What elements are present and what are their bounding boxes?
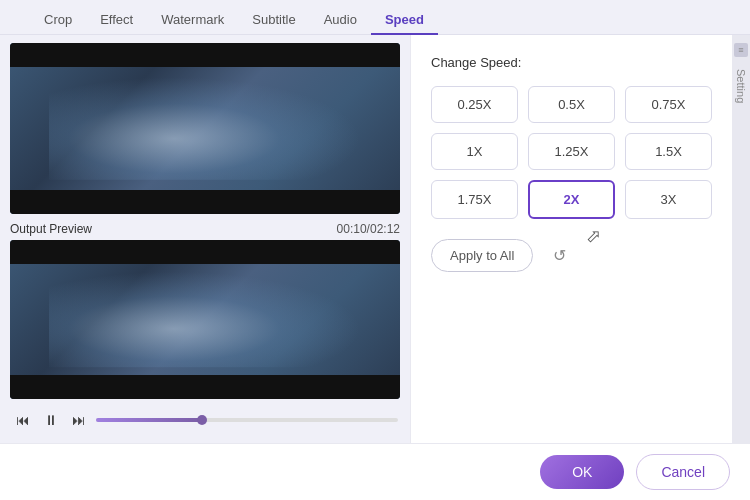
- footer-bar: OK Cancel: [0, 443, 750, 500]
- video-black-bar-bottom-top: [10, 190, 400, 214]
- skip-back-icon: ⏮: [16, 412, 30, 428]
- video-black-bar-bottom-b: [10, 375, 400, 399]
- main-content: Output Preview 00:10/02:12 ⏮ ⏸ ⏭: [0, 35, 750, 443]
- settings-edge-icon: ≡: [734, 43, 748, 57]
- pause-button[interactable]: ⏸: [40, 409, 62, 431]
- video-cloud-bottom: [49, 272, 361, 368]
- speed-btn-1_5X[interactable]: 1.5X: [625, 133, 712, 170]
- speed-btn-0_5X[interactable]: 0.5X: [528, 86, 615, 123]
- video-cloud-top: [49, 77, 361, 179]
- cancel-button[interactable]: Cancel: [636, 454, 730, 490]
- video-black-bar-top: [10, 43, 400, 67]
- speed-btn-2X[interactable]: 2X: [528, 180, 615, 219]
- speed-btn-1_25X[interactable]: 1.25X: [528, 133, 615, 170]
- progress-fill: [96, 418, 202, 422]
- speed-grid: 0.25X0.5X0.75X1X1.25X1.5X1.75X2X3X: [431, 86, 712, 219]
- speed-btn-1X[interactable]: 1X: [431, 133, 518, 170]
- apply-to-all-button[interactable]: Apply to All: [431, 239, 533, 272]
- video-preview-bottom: [10, 240, 400, 399]
- progress-thumb[interactable]: [197, 415, 207, 425]
- top-nav: CropEffectWatermarkSubtitleAudioSpeed: [0, 0, 750, 35]
- video-frame-top: [10, 43, 400, 214]
- speed-btn-1_75X[interactable]: 1.75X: [431, 180, 518, 219]
- ok-button[interactable]: OK: [540, 455, 624, 489]
- skip-forward-icon: ⏭: [72, 412, 86, 428]
- video-black-bar-top-b: [10, 240, 400, 264]
- speed-btn-0_75X[interactable]: 0.75X: [625, 86, 712, 123]
- playback-controls: ⏮ ⏸ ⏭: [10, 405, 400, 435]
- video-frame-bottom: [10, 240, 400, 399]
- progress-bar[interactable]: [96, 418, 398, 422]
- nav-tab-effect[interactable]: Effect: [86, 6, 147, 35]
- speed-btn-3X[interactable]: 3X: [625, 180, 712, 219]
- video-preview-top: [10, 43, 400, 214]
- left-panel: Output Preview 00:10/02:12 ⏮ ⏸ ⏭: [0, 35, 410, 443]
- output-preview-bar: Output Preview 00:10/02:12: [10, 220, 400, 240]
- settings-edge-label: Setting: [735, 69, 747, 103]
- reset-icon: ↺: [553, 246, 566, 265]
- nav-tab-audio[interactable]: Audio: [310, 6, 371, 35]
- reset-button[interactable]: ↺: [545, 242, 573, 270]
- output-preview-label: Output Preview: [10, 222, 92, 236]
- nav-tab-subtitle[interactable]: Subtitle: [238, 6, 309, 35]
- pause-icon: ⏸: [44, 412, 58, 428]
- right-panel: Change Speed: 0.25X0.5X0.75X1X1.25X1.5X1…: [410, 35, 732, 443]
- side-edge-panel: ≡ Setting: [732, 35, 750, 443]
- bottom-actions: Apply to All ↺: [431, 239, 712, 272]
- nav-tab-speed[interactable]: Speed: [371, 6, 438, 35]
- skip-forward-button[interactable]: ⏭: [68, 409, 90, 431]
- change-speed-label: Change Speed:: [431, 55, 712, 70]
- nav-tab-crop[interactable]: Crop: [30, 6, 86, 35]
- timestamp: 00:10/02:12: [337, 222, 400, 236]
- skip-back-button[interactable]: ⏮: [12, 409, 34, 431]
- speed-btn-0_25X[interactable]: 0.25X: [431, 86, 518, 123]
- nav-tab-watermark[interactable]: Watermark: [147, 6, 238, 35]
